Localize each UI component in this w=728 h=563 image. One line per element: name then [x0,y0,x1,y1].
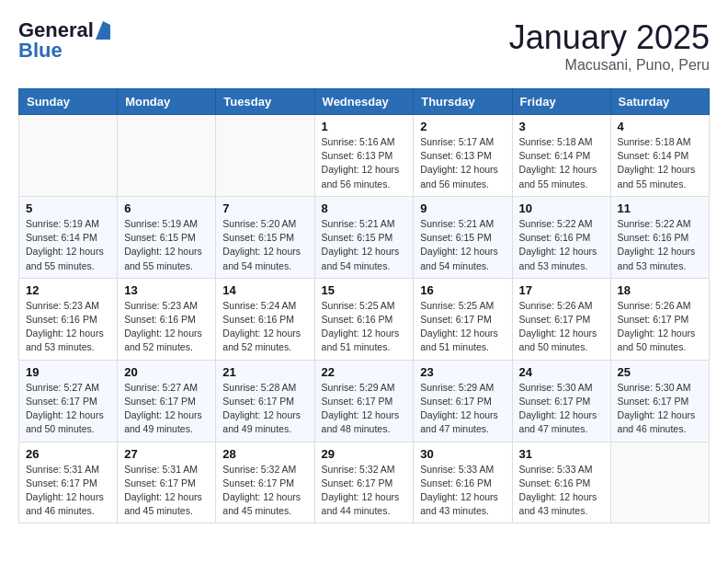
calendar-cell: 6Sunrise: 5:19 AM Sunset: 6:15 PM Daylig… [118,196,216,278]
day-number: 1 [322,120,407,133]
day-info: Sunrise: 5:26 AM Sunset: 6:17 PM Dayligh… [618,299,702,355]
day-number: 31 [519,447,604,461]
weekday-header-monday: Monday [118,89,216,115]
day-info: Sunrise: 5:28 AM Sunset: 6:17 PM Dayligh… [222,381,307,437]
day-info: Sunrise: 5:23 AM Sunset: 6:16 PM Dayligh… [26,299,110,355]
calendar-cell: 24Sunrise: 5:30 AM Sunset: 6:17 PM Dayli… [512,360,610,442]
day-info: Sunrise: 5:32 AM Sunset: 6:17 PM Dayligh… [322,463,407,519]
logo-blue: Blue [18,39,63,63]
weekday-header-saturday: Saturday [610,89,709,115]
calendar-cell: 15Sunrise: 5:25 AM Sunset: 6:16 PM Dayli… [314,278,414,360]
calendar-week-row: 19Sunrise: 5:27 AM Sunset: 6:17 PM Dayli… [19,360,710,442]
calendar-body: 1Sunrise: 5:16 AM Sunset: 6:13 PM Daylig… [19,115,710,523]
calendar: SundayMondayTuesdayWednesdayThursdayFrid… [18,88,710,523]
calendar-cell: 21Sunrise: 5:28 AM Sunset: 6:17 PM Dayli… [216,360,314,442]
weekday-header-tuesday: Tuesday [216,89,314,115]
day-info: Sunrise: 5:30 AM Sunset: 6:17 PM Dayligh… [618,381,702,437]
calendar-cell [610,442,709,523]
calendar-cell: 19Sunrise: 5:27 AM Sunset: 6:17 PM Dayli… [19,360,118,442]
day-number: 3 [519,120,604,133]
calendar-cell: 29Sunrise: 5:32 AM Sunset: 6:17 PM Dayli… [314,442,414,523]
calendar-cell: 16Sunrise: 5:25 AM Sunset: 6:17 PM Dayli… [414,278,512,360]
location: Macusani, Puno, Peru [509,57,710,74]
day-number: 10 [519,201,604,215]
title-section: January 2025 Macusani, Puno, Peru [509,18,710,74]
day-number: 2 [420,120,505,133]
day-number: 12 [26,283,110,297]
calendar-week-row: 1Sunrise: 5:16 AM Sunset: 6:13 PM Daylig… [19,115,710,197]
logo: General Blue [18,18,110,63]
calendar-cell: 4Sunrise: 5:18 AM Sunset: 6:14 PM Daylig… [610,115,709,197]
day-info: Sunrise: 5:25 AM Sunset: 6:16 PM Dayligh… [322,299,407,355]
calendar-cell: 12Sunrise: 5:23 AM Sunset: 6:16 PM Dayli… [19,278,118,360]
calendar-week-row: 26Sunrise: 5:31 AM Sunset: 6:17 PM Dayli… [19,442,710,523]
calendar-week-row: 12Sunrise: 5:23 AM Sunset: 6:16 PM Dayli… [19,278,710,360]
svg-marker-0 [96,21,110,40]
day-number: 21 [222,365,307,379]
day-info: Sunrise: 5:16 AM Sunset: 6:13 PM Dayligh… [322,135,407,191]
weekday-header-wednesday: Wednesday [314,89,414,115]
day-info: Sunrise: 5:29 AM Sunset: 6:17 PM Dayligh… [322,381,407,437]
calendar-cell [118,115,216,197]
day-number: 19 [26,365,110,379]
day-info: Sunrise: 5:29 AM Sunset: 6:17 PM Dayligh… [420,381,505,437]
day-info: Sunrise: 5:31 AM Sunset: 6:17 PM Dayligh… [26,463,110,519]
day-info: Sunrise: 5:22 AM Sunset: 6:16 PM Dayligh… [618,217,702,273]
calendar-cell: 9Sunrise: 5:21 AM Sunset: 6:15 PM Daylig… [414,196,512,278]
day-number: 11 [618,201,702,215]
logo-icon [96,21,110,40]
day-info: Sunrise: 5:31 AM Sunset: 6:17 PM Dayligh… [124,463,209,519]
day-number: 23 [420,365,505,379]
calendar-cell: 8Sunrise: 5:21 AM Sunset: 6:15 PM Daylig… [314,196,414,278]
day-number: 18 [618,283,702,297]
calendar-cell: 23Sunrise: 5:29 AM Sunset: 6:17 PM Dayli… [414,360,512,442]
calendar-cell: 22Sunrise: 5:29 AM Sunset: 6:17 PM Dayli… [314,360,414,442]
day-number: 8 [322,201,407,215]
day-info: Sunrise: 5:17 AM Sunset: 6:13 PM Dayligh… [420,135,505,191]
month-title: January 2025 [509,18,710,57]
day-number: 28 [222,447,307,461]
day-number: 7 [222,201,307,215]
day-number: 27 [124,447,209,461]
day-number: 30 [420,447,505,461]
calendar-cell: 10Sunrise: 5:22 AM Sunset: 6:16 PM Dayli… [512,196,610,278]
day-number: 17 [519,283,604,297]
day-info: Sunrise: 5:23 AM Sunset: 6:16 PM Dayligh… [124,299,209,355]
day-info: Sunrise: 5:21 AM Sunset: 6:15 PM Dayligh… [322,217,407,273]
day-info: Sunrise: 5:21 AM Sunset: 6:15 PM Dayligh… [420,217,505,273]
day-number: 5 [26,201,110,215]
day-number: 26 [26,447,110,461]
calendar-cell: 27Sunrise: 5:31 AM Sunset: 6:17 PM Dayli… [118,442,216,523]
day-info: Sunrise: 5:27 AM Sunset: 6:17 PM Dayligh… [26,381,110,437]
calendar-cell: 18Sunrise: 5:26 AM Sunset: 6:17 PM Dayli… [610,278,709,360]
day-info: Sunrise: 5:33 AM Sunset: 6:16 PM Dayligh… [420,463,505,519]
day-info: Sunrise: 5:22 AM Sunset: 6:16 PM Dayligh… [519,217,604,273]
day-info: Sunrise: 5:19 AM Sunset: 6:14 PM Dayligh… [26,217,110,273]
day-info: Sunrise: 5:25 AM Sunset: 6:17 PM Dayligh… [420,299,505,355]
calendar-cell: 1Sunrise: 5:16 AM Sunset: 6:13 PM Daylig… [314,115,414,197]
calendar-cell: 31Sunrise: 5:33 AM Sunset: 6:16 PM Dayli… [512,442,610,523]
day-number: 25 [618,365,702,379]
day-info: Sunrise: 5:27 AM Sunset: 6:17 PM Dayligh… [124,381,209,437]
day-info: Sunrise: 5:26 AM Sunset: 6:17 PM Dayligh… [519,299,604,355]
weekday-header-thursday: Thursday [414,89,512,115]
day-number: 29 [322,447,407,461]
day-info: Sunrise: 5:19 AM Sunset: 6:15 PM Dayligh… [124,217,209,273]
calendar-cell: 3Sunrise: 5:18 AM Sunset: 6:14 PM Daylig… [512,115,610,197]
calendar-header-row: SundayMondayTuesdayWednesdayThursdayFrid… [19,89,710,115]
day-info: Sunrise: 5:18 AM Sunset: 6:14 PM Dayligh… [519,135,604,191]
calendar-cell: 14Sunrise: 5:24 AM Sunset: 6:16 PM Dayli… [216,278,314,360]
day-number: 6 [124,201,209,215]
day-info: Sunrise: 5:20 AM Sunset: 6:15 PM Dayligh… [222,217,307,273]
day-number: 13 [124,283,209,297]
calendar-cell: 7Sunrise: 5:20 AM Sunset: 6:15 PM Daylig… [216,196,314,278]
day-info: Sunrise: 5:24 AM Sunset: 6:16 PM Dayligh… [222,299,307,355]
calendar-cell [19,115,118,197]
day-info: Sunrise: 5:33 AM Sunset: 6:16 PM Dayligh… [519,463,604,519]
calendar-cell: 25Sunrise: 5:30 AM Sunset: 6:17 PM Dayli… [610,360,709,442]
day-number: 20 [124,365,209,379]
day-number: 24 [519,365,604,379]
page-header: General Blue January 2025 Macusani, Puno… [18,18,710,74]
calendar-cell: 17Sunrise: 5:26 AM Sunset: 6:17 PM Dayli… [512,278,610,360]
day-number: 22 [322,365,407,379]
